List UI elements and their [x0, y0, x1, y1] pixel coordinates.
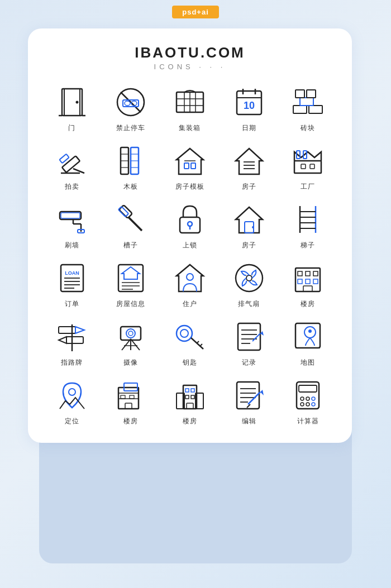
- icon-no-parking-label: 禁止停车: [116, 123, 145, 133]
- svg-line-112: [197, 341, 199, 343]
- icon-house-info-box: [113, 260, 149, 296]
- icon-building2-box: [113, 377, 149, 413]
- svg-rect-41: [191, 163, 196, 169]
- icon-house1: 房子: [222, 143, 276, 192]
- icon-fan-box: [231, 260, 267, 296]
- svg-rect-0: [62, 89, 82, 116]
- icon-building1-label: 楼房: [301, 299, 315, 309]
- format-badge: psd+ai: [172, 6, 219, 18]
- icon-ladder-box: [290, 202, 326, 237]
- card-wrapper: IBAOTU.COM ICONS · · · 门: [28, 28, 363, 443]
- icon-house-info-label: 房屋信息: [116, 299, 145, 309]
- svg-rect-98: [59, 327, 75, 333]
- svg-rect-93: [298, 279, 302, 284]
- svg-rect-23: [309, 106, 322, 113]
- svg-line-146: [248, 392, 260, 404]
- icon-paint-roller-box: [54, 202, 90, 237]
- icon-house1-box: [231, 143, 267, 179]
- icon-hammer-label: 槽子: [123, 241, 138, 250]
- svg-rect-80: [118, 265, 143, 291]
- icon-calculator: 计算器: [280, 377, 335, 426]
- svg-rect-91: [306, 271, 310, 276]
- svg-point-154: [301, 403, 304, 406]
- svg-point-63: [188, 222, 192, 226]
- icon-map-box: [290, 319, 326, 355]
- svg-point-88: [246, 275, 252, 281]
- icon-factory-box: [290, 143, 326, 179]
- icon-resident-box: [172, 260, 208, 296]
- svg-point-151: [301, 397, 304, 400]
- svg-point-153: [312, 397, 315, 400]
- svg-point-2: [75, 101, 78, 104]
- icon-lock: 上锁: [163, 202, 217, 250]
- icon-date-box: 10: [231, 84, 267, 120]
- icon-resident-label: 住户: [183, 299, 197, 309]
- icon-signpost: 指路牌: [45, 319, 99, 367]
- svg-point-152: [306, 397, 309, 400]
- icon-building3-label: 楼房: [183, 417, 197, 426]
- icon-factory-label: 工厂: [301, 182, 315, 192]
- icon-edit-label: 编辑: [242, 417, 256, 426]
- svg-marker-65: [236, 207, 263, 233]
- icon-location: 定位: [45, 377, 99, 426]
- svg-point-108: [128, 331, 133, 336]
- icon-house-info: 房屋信息: [104, 260, 159, 309]
- icon-container: 集装箱: [163, 84, 217, 133]
- icon-order-box: LOAN: [54, 260, 90, 296]
- icon-camera-label: 摄像: [123, 358, 138, 367]
- icon-house-template: 房子模板: [163, 143, 217, 192]
- svg-rect-149: [297, 382, 319, 409]
- icon-camera-box: [113, 319, 149, 355]
- svg-rect-137: [191, 389, 194, 392]
- icon-house-template-label: 房子模板: [175, 182, 204, 192]
- svg-rect-139: [191, 395, 194, 399]
- svg-rect-130: [121, 395, 125, 399]
- icon-brick-box: [290, 84, 326, 120]
- icon-key-box: [172, 319, 208, 355]
- svg-rect-131: [130, 395, 134, 399]
- icon-building1-box: [290, 260, 326, 296]
- icon-house2-label: 房子: [242, 241, 256, 250]
- icon-building1: 楼房: [280, 260, 335, 309]
- svg-rect-22: [293, 106, 307, 113]
- icon-ladder: 梯子: [280, 202, 335, 250]
- svg-point-123: [308, 329, 312, 333]
- svg-point-125: [69, 389, 75, 395]
- icon-ladder-label: 梯子: [301, 241, 315, 250]
- svg-rect-54: [61, 213, 80, 218]
- icon-auction: 拍卖: [45, 143, 99, 192]
- icon-no-parking-box: [113, 84, 149, 120]
- icon-calculator-label: 计算器: [297, 417, 319, 426]
- icon-record-label: 记录: [242, 358, 256, 367]
- svg-rect-7: [123, 100, 139, 107]
- icon-edit: 编辑: [222, 377, 276, 426]
- svg-marker-99: [75, 327, 84, 333]
- icon-hammer: 槽子: [104, 202, 159, 250]
- svg-text:LOAN: LOAN: [65, 270, 79, 276]
- svg-rect-95: [313, 279, 318, 284]
- svg-marker-43: [236, 149, 263, 174]
- icon-fan: 排气扇: [222, 260, 276, 309]
- svg-marker-39: [177, 149, 203, 174]
- svg-rect-96: [303, 286, 312, 291]
- icon-key: 钥匙: [163, 319, 217, 367]
- icon-paint-roller: 刷墙: [45, 202, 99, 250]
- svg-point-107: [126, 329, 135, 338]
- svg-rect-50: [301, 164, 306, 169]
- icon-wood: 木板: [104, 143, 159, 192]
- icon-date: 10 日期: [222, 84, 276, 133]
- icon-brick: 砖块: [280, 84, 335, 133]
- icon-key-label: 钥匙: [183, 358, 197, 367]
- icon-factory: 工厂: [280, 143, 335, 192]
- svg-rect-138: [185, 395, 189, 399]
- icon-map: 地图: [280, 319, 335, 367]
- svg-line-148: [247, 404, 250, 408]
- icon-lock-box: [172, 202, 208, 237]
- card-title: IBAOTU.COM: [45, 44, 335, 61]
- icon-brick-label: 砖块: [301, 123, 315, 133]
- icon-resident: 住户: [163, 260, 217, 309]
- svg-rect-47: [294, 161, 321, 173]
- icon-door-box: [54, 84, 90, 120]
- icon-edit-box: [231, 377, 267, 413]
- icon-lock-label: 上锁: [183, 241, 197, 250]
